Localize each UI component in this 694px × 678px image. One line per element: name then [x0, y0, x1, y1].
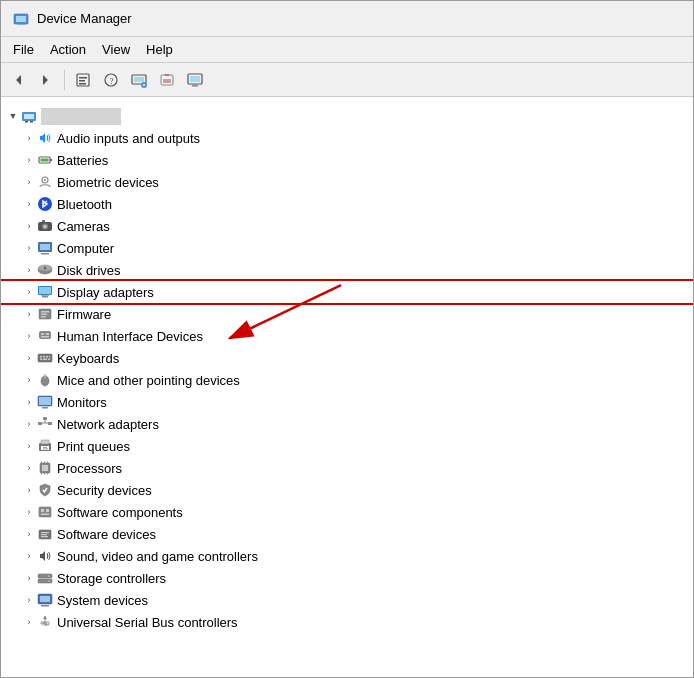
- firmware-label: Firmware: [57, 307, 111, 322]
- tree-item-biometric[interactable]: › Biometric devices: [1, 171, 693, 193]
- properties-button[interactable]: [70, 67, 96, 93]
- tree-item-processors[interactable]: › Processors: [1, 457, 693, 479]
- svg-rect-2: [17, 23, 25, 25]
- mice-expand[interactable]: ›: [21, 372, 37, 388]
- keyboards-expand[interactable]: ›: [21, 350, 37, 366]
- usb-expand[interactable]: ›: [21, 614, 37, 630]
- tree-item-mice[interactable]: › Mice and other pointing devices: [1, 369, 693, 391]
- computer-icon: [37, 240, 53, 256]
- tree-item-usb[interactable]: › Universal Serial Bus controllers: [1, 611, 693, 633]
- menu-action[interactable]: Action: [42, 39, 94, 60]
- tree-item-bluetooth[interactable]: › Bluetooth: [1, 193, 693, 215]
- svg-rect-55: [48, 359, 50, 361]
- tree-item-batteries[interactable]: › Batteries: [1, 149, 693, 171]
- svg-rect-46: [46, 333, 49, 335]
- tree-item-computer[interactable]: › Computer: [1, 237, 693, 259]
- tree-item-software-dev[interactable]: › Software devices: [1, 523, 693, 545]
- hid-expand[interactable]: ›: [21, 328, 37, 344]
- menu-help[interactable]: Help: [138, 39, 181, 60]
- print-label: Print queues: [57, 439, 130, 454]
- audio-label: Audio inputs and outputs: [57, 131, 200, 146]
- menu-file[interactable]: File: [5, 39, 42, 60]
- firmware-expand[interactable]: ›: [21, 306, 37, 322]
- audio-expand[interactable]: ›: [21, 130, 37, 146]
- menu-view[interactable]: View: [94, 39, 138, 60]
- biometric-label: Biometric devices: [57, 175, 159, 190]
- svg-rect-83: [46, 509, 49, 512]
- batteries-expand[interactable]: ›: [21, 152, 37, 168]
- disk-expand[interactable]: ›: [21, 262, 37, 278]
- cameras-label: Cameras: [57, 219, 110, 234]
- svg-rect-5: [79, 80, 85, 82]
- tree-item-keyboards[interactable]: › Keyboards: [1, 347, 693, 369]
- display-expand[interactable]: ›: [21, 284, 37, 300]
- processors-expand[interactable]: ›: [21, 460, 37, 476]
- help-button[interactable]: ?: [98, 67, 124, 93]
- tree-item-audio[interactable]: › Audio inputs and outputs: [1, 127, 693, 149]
- monitors-icon: [37, 394, 53, 410]
- tree-item-network[interactable]: › Network adapters: [1, 413, 693, 435]
- bluetooth-expand[interactable]: ›: [21, 196, 37, 212]
- computer-label: Computer: [57, 241, 114, 256]
- svg-rect-80: [47, 473, 48, 475]
- system-icon: [37, 592, 53, 608]
- svg-rect-81: [39, 507, 51, 517]
- tree-item-disk[interactable]: › Disk drives: [1, 259, 693, 281]
- svg-rect-74: [42, 465, 48, 471]
- print-expand[interactable]: ›: [21, 438, 37, 454]
- software-dev-icon: [37, 526, 53, 542]
- svg-rect-14: [190, 76, 200, 82]
- toolbar: ?: [1, 63, 693, 97]
- software-dev-label: Software devices: [57, 527, 156, 542]
- software-comp-expand[interactable]: ›: [21, 504, 37, 520]
- tree-item-hid[interactable]: › Human Interface Devices: [1, 325, 693, 347]
- uninstall-button[interactable]: [154, 67, 180, 93]
- root-icon: [21, 108, 37, 124]
- svg-rect-76: [44, 462, 45, 464]
- svg-rect-32: [41, 253, 49, 255]
- tree-item-security[interactable]: › Security devices: [1, 479, 693, 501]
- keyboards-label: Keyboards: [57, 351, 119, 366]
- root-node[interactable]: ▼: [1, 105, 693, 127]
- sound-expand[interactable]: ›: [21, 548, 37, 564]
- monitors-expand[interactable]: ›: [21, 394, 37, 410]
- svg-rect-84: [41, 514, 49, 516]
- computer-expand[interactable]: ›: [21, 240, 37, 256]
- tree-item-storage[interactable]: › Storage controllers: [1, 567, 693, 589]
- system-expand[interactable]: ›: [21, 592, 37, 608]
- software-dev-expand[interactable]: ›: [21, 526, 37, 542]
- forward-button[interactable]: [33, 67, 59, 93]
- cameras-expand[interactable]: ›: [21, 218, 37, 234]
- tree-item-print[interactable]: › Print queues: [1, 435, 693, 457]
- back-button[interactable]: [5, 67, 31, 93]
- svg-rect-69: [41, 440, 49, 444]
- network-expand[interactable]: ›: [21, 416, 37, 432]
- tree-item-software-comp[interactable]: › Software components: [1, 501, 693, 523]
- root-expand[interactable]: ▼: [5, 108, 21, 124]
- biometric-expand[interactable]: ›: [21, 174, 37, 190]
- processors-label: Processors: [57, 461, 122, 476]
- svg-rect-45: [41, 333, 44, 335]
- storage-expand[interactable]: ›: [21, 570, 37, 586]
- svg-rect-53: [40, 359, 42, 361]
- tree-item-cameras[interactable]: › Cameras: [1, 215, 693, 237]
- svg-rect-61: [42, 407, 48, 409]
- hid-icon: [37, 328, 53, 344]
- svg-rect-22: [41, 159, 49, 162]
- tree-item-firmware[interactable]: › Firmware: [1, 303, 693, 325]
- security-expand[interactable]: ›: [21, 482, 37, 498]
- display-icon: [37, 284, 53, 300]
- security-label: Security devices: [57, 483, 152, 498]
- svg-rect-47: [41, 336, 49, 338]
- biometric-icon: [37, 174, 53, 190]
- toolbar-separator-1: [64, 70, 65, 90]
- storage-icon: [37, 570, 53, 586]
- tree-item-sound[interactable]: › Sound, video and game controllers: [1, 545, 693, 567]
- tree-item-display[interactable]: › Display adapters: [1, 281, 693, 303]
- svg-rect-39: [41, 295, 49, 296]
- display-button[interactable]: [182, 67, 208, 93]
- tree-item-system[interactable]: › System devices: [1, 589, 693, 611]
- scan-button[interactable]: [126, 67, 152, 93]
- svg-rect-88: [41, 536, 48, 537]
- tree-item-monitors[interactable]: › Monitors: [1, 391, 693, 413]
